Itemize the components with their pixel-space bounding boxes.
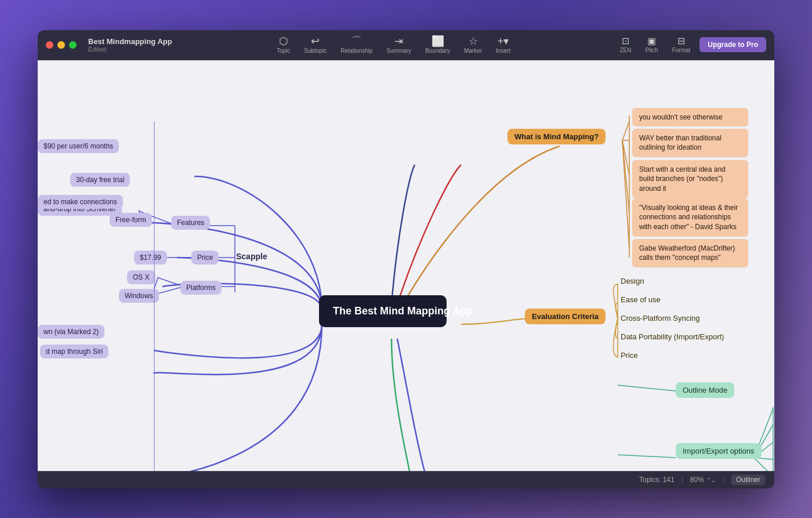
scapple-label[interactable]: Scapple [236,252,267,261]
what-is-mind-mapping-node[interactable]: What is Mind Mapping? [507,129,606,144]
price-value-node[interactable]: $17.99 [134,251,167,265]
siri-node[interactable]: d map through Siri [40,345,108,358]
toolbar-insert[interactable]: +▾ Insert [490,34,516,56]
titlebar: Best Mindmapping App Edited ⬡ Topic ↩ Su… [38,30,774,60]
left-branch-line [154,121,155,471]
minimize-button[interactable] [57,41,65,49]
osx-node[interactable]: OS X [127,270,155,284]
format-label: Format [672,47,691,53]
summary-icon: ⇥ [394,36,403,46]
info-box-3[interactable]: "Visually looking at ideas & their conne… [632,198,748,237]
format-icon: ⊟ [677,37,685,46]
toolbar-right: ⊡ ZEN ▣ Pitch ⊟ Format Upgrade to Pro [615,34,766,56]
topic-label: Topic [277,48,290,54]
eval-portability[interactable]: Data Portability (Import/Export) [621,332,724,341]
platforms-node[interactable]: Platforms [180,281,222,295]
info-box-4[interactable]: Gabe Weatherford (MacDrifter) calls them… [632,239,748,268]
toolbar-pitch[interactable]: ▣ Pitch [640,34,662,56]
app-subtitle: Edited [88,46,172,53]
insert-icon: +▾ [498,36,509,46]
summary-label: Summary [386,48,411,54]
eval-price[interactable]: Price [621,351,638,360]
price-per-user-node[interactable]: $90 per user/6 months [38,139,119,153]
topic-icon: ⬡ [279,36,288,46]
mind-map-canvas[interactable]: The Best Mind Mapping App What is Mind M… [38,60,774,471]
fullscreen-button[interactable] [69,41,77,49]
import-export-node[interactable]: Import/Export options [676,443,762,459]
toolbar-zen[interactable]: ⊡ ZEN [615,34,636,56]
toolbar-format[interactable]: ⊟ Format [668,34,695,56]
outliner-button[interactable]: Outliner [731,474,765,485]
eval-design[interactable]: Design [621,277,644,285]
trial-node[interactable]: 30-day free trial [70,173,130,187]
app-info: Best Mindmapping App Edited [88,37,172,53]
evaluation-criteria-node[interactable]: Evaluation Criteria [525,309,606,324]
central-node[interactable]: The Best Mind Mapping App [319,295,447,327]
app-window: Best Mindmapping App Edited ⬡ Topic ↩ Su… [38,30,774,488]
marked2-node[interactable]: wn (via Marked 2) [38,325,104,339]
toolbar-relationship[interactable]: ⌒ Relationship [335,34,378,56]
toolbar: ⬡ Topic ↩ Subtopic ⌒ Relationship ⇥ Summ… [271,34,516,56]
pitch-icon: ▣ [647,37,656,46]
toolbar-topic[interactable]: ⬡ Topic [271,34,296,56]
features-node[interactable]: Features [171,216,210,230]
toolbar-subtopic[interactable]: ↩ Subtopic [298,34,332,56]
upgrade-button[interactable]: Upgrade to Pro [699,37,766,52]
eval-syncing[interactable]: Cross-Platform Syncing [621,314,700,323]
boundary-label: Boundary [425,48,450,54]
subtopic-icon: ↩ [311,36,320,46]
relationship-icon: ⌒ [351,36,362,46]
zen-icon: ⊡ [622,37,629,46]
zoom-value: 80% [690,476,704,484]
statusbar: Topics: 141 | 80% ⌃⌄ | Outliner [38,471,774,488]
relationship-label: Relationship [340,48,372,54]
marker-label: Marker [464,48,482,54]
windows-node[interactable]: Windows [119,289,159,303]
marker-icon: ☆ [469,36,478,46]
insert-label: Insert [496,48,510,54]
zoom-control[interactable]: 80% ⌃⌄ [690,476,716,484]
connections-node[interactable]: ed to make connections [38,195,123,209]
toolbar-boundary[interactable]: ⬜ Boundary [419,34,456,56]
info-box-2[interactable]: Start with a central idea and build bran… [632,160,748,198]
info-box-0[interactable]: you wouldn't see otherwise [632,108,748,127]
traffic-lights [46,41,77,49]
zen-label: ZEN [619,47,631,53]
toolbar-summary[interactable]: ⇥ Summary [380,34,417,56]
boundary-icon: ⬜ [432,36,444,46]
topics-count: Topics: 141 [639,476,675,484]
info-box-1[interactable]: WAY better than traditional outlining fo… [632,129,748,158]
subtopic-label: Subtopic [304,48,327,54]
zoom-chevron-icon[interactable]: ⌃⌄ [706,477,716,483]
app-title: Best Mindmapping App [88,37,172,46]
divider-1: | [682,476,683,484]
outline-mode-node[interactable]: Outline Mode [676,382,734,398]
pitch-label: Pitch [645,47,658,53]
price-node[interactable]: Price [191,251,219,265]
divider-2: | [723,476,724,484]
eval-ease[interactable]: Ease of use [621,295,661,304]
toolbar-marker[interactable]: ☆ Marker [458,34,488,56]
close-button[interactable] [46,41,53,49]
